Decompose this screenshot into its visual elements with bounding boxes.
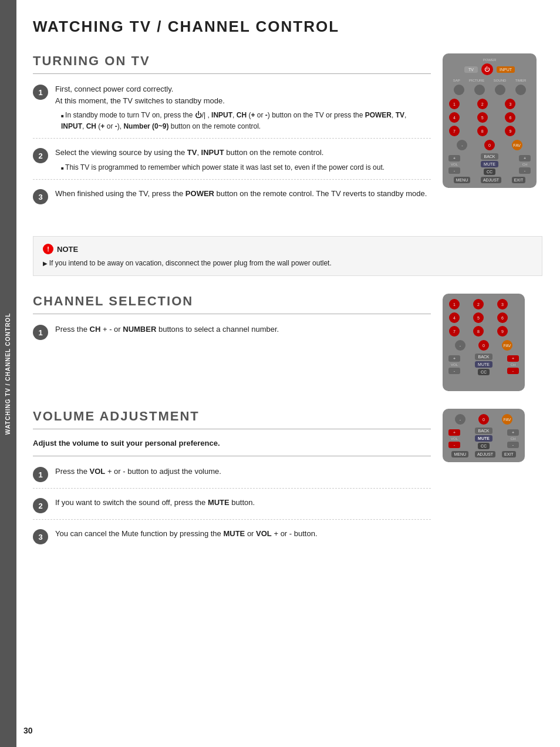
vol-step-num-3: 3 (33, 529, 48, 544)
remote-control-2: 1 2 3 4 5 6 7 8 9 - 0 FAV + (443, 294, 525, 391)
remote3-back-btn: BACK (475, 428, 492, 434)
remote-control-1: POWER TV ⏻ INPUT SAP PICTURE SOUND TIMER (443, 53, 537, 188)
turning-on-tv-section: TURNING ON TV 1 First, connect power cor… (33, 53, 542, 218)
remote3-adjust-btn: ADJUST (475, 451, 495, 457)
remote-menu-row: MENU ADJUST EXIT (448, 177, 531, 183)
sidebar-label: WATCHING TV / CHANNEL CONTROL (5, 312, 12, 435)
remote3-mute-btn: MUTE (475, 435, 492, 442)
remote2-ch-minus: - (507, 368, 519, 374)
turning-on-tv-divider (33, 73, 431, 74)
volume-adjustment-content: VOLUME ADJUSTMENT Adjust the volume to s… (33, 409, 431, 558)
remote-exit-btn: EXIT (512, 177, 526, 183)
channel-step-text-1: Press the CH + - or NUMBER buttons to se… (55, 324, 431, 335)
step1-sub: In standby mode to turn TV on, press the… (55, 110, 431, 132)
remote3-fav-btn: FAV (502, 414, 512, 425)
channel-step-1: 1 Press the CH + - or NUMBER buttons to … (33, 324, 431, 346)
step1-main: First, connect power cord correctly.At t… (55, 85, 225, 105)
remote-power-row: TV ⏻ INPUT (448, 63, 531, 75)
remote-sap-circle (454, 85, 464, 95)
remote2-zero-row: - 0 FAV (448, 339, 519, 351)
step-num-3: 3 (33, 189, 48, 204)
remote-num-0: 0 (484, 140, 495, 150)
remote3-menu-btn: MENU (451, 451, 468, 457)
remote3-ch-label: CH (511, 437, 516, 440)
remote3-vol-minus: - (448, 442, 460, 448)
volume-adjustment-title: VOLUME ADJUSTMENT (33, 409, 431, 424)
remote3-menu-row: MENU ADJUST EXIT (448, 451, 519, 457)
remote-num-8: 8 (477, 126, 488, 136)
step2-sub: This TV is programmed to remember which … (55, 162, 431, 173)
remote-zero-row: - 0 FAV (448, 139, 531, 151)
remote3-vol-col: + VOL - (448, 429, 460, 448)
note-icon: ! (43, 244, 53, 254)
remote3-vol-plus: + (448, 429, 460, 436)
remote-tmr-circle (515, 85, 526, 95)
turning-step-1: 1 First, connect power cord correctly.At… (33, 83, 431, 139)
remote3-ch-plus: + (507, 429, 519, 436)
remote-num-1: 1 (449, 99, 460, 109)
remote3-exit-btn: EXIT (502, 451, 516, 457)
remote-snd-circle (495, 85, 505, 95)
remote2-vol-plus: + (448, 355, 460, 362)
remote2-ch-label: CH (511, 363, 516, 366)
remote-input-btn: INPUT (497, 66, 515, 73)
page-number: 30 (23, 726, 33, 735)
remote2-num-3: 3 (497, 299, 508, 309)
remote-num-4: 4 (449, 112, 460, 123)
note-label: NOTE (57, 245, 78, 254)
volume-divider (33, 429, 431, 429)
step-text-3: When finished using the TV, press the PO… (55, 188, 431, 200)
volume-step-2: 2 If you want to switch the sound off, p… (33, 497, 431, 520)
volume-subtitle: Adjust the volume to suit your personal … (33, 439, 431, 447)
page-title: WATCHING TV / CHANNEL CONTROL (33, 18, 542, 36)
remote2-num-2: 2 (473, 299, 484, 309)
remote-fav-btn: FAV (512, 140, 522, 150)
vol-step-num-2: 2 (33, 498, 48, 513)
vol-step-text-2: If you want to switch the sound off, pre… (55, 497, 431, 509)
remote2-ch-plus: + (507, 355, 519, 362)
remote3-ch-minus: - (507, 442, 519, 448)
channel-selection-section: CHANNEL SELECTION 1 Press the CH + - or … (33, 294, 542, 391)
step2-main: Select the viewing source by using the T… (55, 148, 323, 157)
channel-selection-content: CHANNEL SELECTION 1 Press the CH + - or … (33, 294, 431, 391)
vol-step-text-3: You can cancel the Mute function by pres… (55, 528, 431, 540)
remote2-vol-minus: - (448, 368, 460, 374)
remote2-vol-label: VOL (451, 363, 458, 366)
step-text-1: First, connect power cord correctly.At t… (55, 83, 431, 132)
remote-menu-btn: MENU (454, 177, 471, 183)
remote2-cc-btn: CC (478, 369, 490, 375)
remote2-fav-btn: FAV (502, 340, 512, 351)
remote-ch-minus: - (519, 167, 531, 174)
note-title: ! NOTE (43, 244, 532, 254)
remote-cc-btn: CC (484, 169, 495, 175)
remote2-vol-col: + VOL - (448, 355, 460, 374)
remote-vol-col: + VOL - (448, 155, 460, 174)
note-box: ! NOTE If you intend to be away on vacat… (33, 236, 542, 276)
remote-pic-circle (474, 85, 485, 95)
remote3-ch-col: + CH - (507, 429, 519, 448)
remote-image-2: 1 2 3 4 5 6 7 8 9 - 0 FAV + (443, 294, 542, 391)
remote2-bottom-spacer (448, 377, 519, 386)
remote2-num-8: 8 (473, 326, 484, 337)
remote2-num-7: 7 (449, 326, 460, 337)
remote-volch: + VOL - BACK MUTE CC + CH - (448, 153, 531, 175)
remote3-volch: + VOL - BACK MUTE CC + CH - (448, 428, 519, 449)
volume-adjustment-section: VOLUME ADJUSTMENT Adjust the volume to s… (33, 409, 542, 558)
remote3-vol-label: VOL (451, 437, 458, 440)
remote2-volch: + VOL - BACK MUTE CC + CH - (448, 354, 519, 375)
remote2-num-4: 4 (449, 312, 460, 323)
step3-main: When finished using the TV, press the PO… (55, 189, 427, 198)
remote-sap-row (448, 84, 531, 96)
remote-num-2: 2 (477, 99, 488, 109)
remote2-num-5: 5 (473, 312, 484, 323)
remote2-mute-btn: MUTE (475, 361, 492, 368)
remote-ch-col: + CH - (519, 155, 531, 174)
remote2-center-col: BACK MUTE CC (475, 354, 492, 375)
remote3-cc-btn: CC (478, 443, 490, 449)
remote2-num-6: 6 (497, 312, 508, 323)
remote-vol-plus: + (448, 155, 460, 161)
vol-step-text-1: Press the VOL + or - button to adjust th… (55, 466, 431, 477)
remote-back-btn: BACK (481, 153, 498, 160)
remote-tv-btn: TV (464, 66, 478, 73)
remote-num-5: 5 (477, 112, 488, 123)
